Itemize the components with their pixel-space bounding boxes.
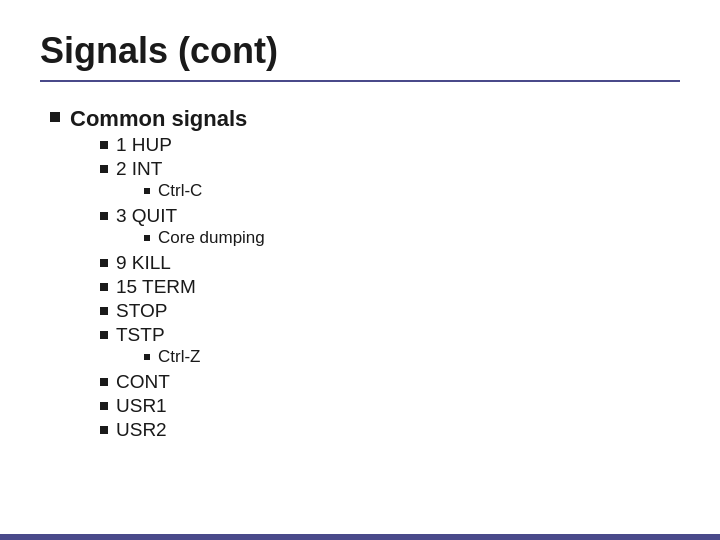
- bullet-small-icon: [100, 259, 108, 267]
- common-signals-label: Common signals: [70, 106, 247, 131]
- list-item: STOP: [100, 300, 265, 322]
- level1-item: Common signals 1 HUP 2 INT: [50, 106, 680, 443]
- item-label: 9 KILL: [116, 252, 171, 274]
- item-with-sub: 2 INT Ctrl-C: [116, 158, 202, 203]
- item-label: USR2: [116, 419, 167, 441]
- bullet-small-icon: [100, 331, 108, 339]
- list-item: Core dumping: [144, 228, 265, 248]
- bottom-bar: [0, 534, 720, 540]
- list-item: Ctrl-Z: [144, 347, 200, 367]
- item-label: USR1: [116, 395, 167, 417]
- bullet-square-icon: [50, 112, 60, 122]
- item-label: STOP: [116, 300, 167, 322]
- list-item: 1 HUP: [100, 134, 265, 156]
- sub-item-label: Ctrl-Z: [158, 347, 200, 367]
- list-item: 9 KILL: [100, 252, 265, 274]
- level1-content: Common signals 1 HUP 2 INT: [70, 106, 265, 443]
- bullet-small-icon: [100, 165, 108, 173]
- item-label: TSTP: [116, 324, 165, 345]
- list-item: CONT: [100, 371, 265, 393]
- bullet-small-icon: [100, 426, 108, 434]
- sub-item-label: Ctrl-C: [158, 181, 202, 201]
- bullet-tiny-icon: [144, 188, 150, 194]
- item-with-sub: TSTP Ctrl-Z: [116, 324, 200, 369]
- list-item: USR1: [100, 395, 265, 417]
- list-item: Ctrl-C: [144, 181, 202, 201]
- list-item: 3 QUIT Core dumping: [100, 205, 265, 250]
- item-with-sub: 3 QUIT Core dumping: [116, 205, 265, 250]
- bullet-tiny-icon: [144, 354, 150, 360]
- item-label: CONT: [116, 371, 170, 393]
- level3-list: Ctrl-Z: [116, 347, 200, 367]
- bullet-small-icon: [100, 307, 108, 315]
- sub-item-label: Core dumping: [158, 228, 265, 248]
- bullet-tiny-icon: [144, 235, 150, 241]
- content-area: Common signals 1 HUP 2 INT: [40, 106, 680, 443]
- list-item: TSTP Ctrl-Z: [100, 324, 265, 369]
- slide-title: Signals (cont): [40, 30, 680, 82]
- level2-list: 1 HUP 2 INT Ctrl-C: [70, 134, 265, 441]
- item-label: 15 TERM: [116, 276, 196, 298]
- list-item: 15 TERM: [100, 276, 265, 298]
- slide: Signals (cont) Common signals 1 HUP: [0, 0, 720, 540]
- bullet-small-icon: [100, 283, 108, 291]
- bullet-small-icon: [100, 378, 108, 386]
- item-label: 3 QUIT: [116, 205, 177, 226]
- bullet-small-icon: [100, 212, 108, 220]
- level3-list: Ctrl-C: [116, 181, 202, 201]
- bullet-small-icon: [100, 402, 108, 410]
- level3-list: Core dumping: [116, 228, 265, 248]
- item-label: 1 HUP: [116, 134, 172, 156]
- list-item: 2 INT Ctrl-C: [100, 158, 265, 203]
- item-label: 2 INT: [116, 158, 162, 179]
- bullet-small-icon: [100, 141, 108, 149]
- list-item: USR2: [100, 419, 265, 441]
